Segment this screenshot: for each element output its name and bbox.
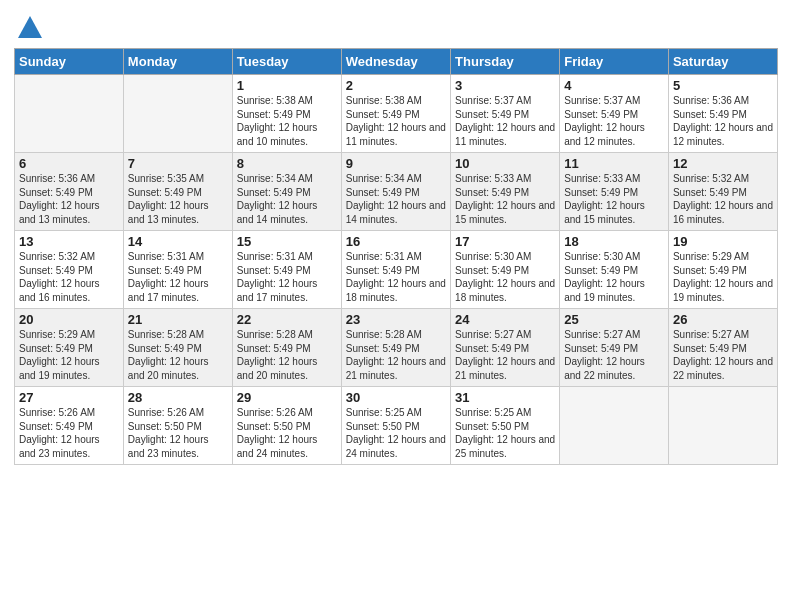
calendar-cell: 29Sunrise: 5:26 AM Sunset: 5:50 PM Dayli…: [232, 387, 341, 465]
calendar-cell: 4Sunrise: 5:37 AM Sunset: 5:49 PM Daylig…: [560, 75, 669, 153]
day-number: 1: [237, 78, 337, 93]
calendar-cell: 13Sunrise: 5:32 AM Sunset: 5:49 PM Dayli…: [15, 231, 124, 309]
day-info: Sunrise: 5:27 AM Sunset: 5:49 PM Dayligh…: [455, 328, 555, 382]
day-info: Sunrise: 5:26 AM Sunset: 5:49 PM Dayligh…: [19, 406, 119, 460]
day-number: 27: [19, 390, 119, 405]
day-number: 6: [19, 156, 119, 171]
calendar-cell: 2Sunrise: 5:38 AM Sunset: 5:49 PM Daylig…: [341, 75, 450, 153]
calendar-cell: 6Sunrise: 5:36 AM Sunset: 5:49 PM Daylig…: [15, 153, 124, 231]
day-number: 25: [564, 312, 664, 327]
day-number: 20: [19, 312, 119, 327]
day-info: Sunrise: 5:28 AM Sunset: 5:49 PM Dayligh…: [128, 328, 228, 382]
day-info: Sunrise: 5:29 AM Sunset: 5:49 PM Dayligh…: [673, 250, 773, 304]
col-header-sunday: Sunday: [15, 49, 124, 75]
day-info: Sunrise: 5:33 AM Sunset: 5:49 PM Dayligh…: [564, 172, 664, 226]
day-number: 17: [455, 234, 555, 249]
calendar-cell: 18Sunrise: 5:30 AM Sunset: 5:49 PM Dayli…: [560, 231, 669, 309]
day-number: 21: [128, 312, 228, 327]
day-number: 4: [564, 78, 664, 93]
col-header-tuesday: Tuesday: [232, 49, 341, 75]
day-info: Sunrise: 5:28 AM Sunset: 5:49 PM Dayligh…: [237, 328, 337, 382]
day-info: Sunrise: 5:26 AM Sunset: 5:50 PM Dayligh…: [237, 406, 337, 460]
calendar-cell: 3Sunrise: 5:37 AM Sunset: 5:49 PM Daylig…: [451, 75, 560, 153]
calendar-cell: 23Sunrise: 5:28 AM Sunset: 5:49 PM Dayli…: [341, 309, 450, 387]
day-info: Sunrise: 5:30 AM Sunset: 5:49 PM Dayligh…: [455, 250, 555, 304]
day-number: 24: [455, 312, 555, 327]
week-row-2: 6Sunrise: 5:36 AM Sunset: 5:49 PM Daylig…: [15, 153, 778, 231]
calendar-cell: 30Sunrise: 5:25 AM Sunset: 5:50 PM Dayli…: [341, 387, 450, 465]
col-header-wednesday: Wednesday: [341, 49, 450, 75]
day-number: 16: [346, 234, 446, 249]
day-info: Sunrise: 5:31 AM Sunset: 5:49 PM Dayligh…: [346, 250, 446, 304]
day-info: Sunrise: 5:31 AM Sunset: 5:49 PM Dayligh…: [237, 250, 337, 304]
logo: [14, 14, 44, 42]
calendar-cell: 7Sunrise: 5:35 AM Sunset: 5:49 PM Daylig…: [123, 153, 232, 231]
logo-icon: [16, 14, 44, 42]
week-row-3: 13Sunrise: 5:32 AM Sunset: 5:49 PM Dayli…: [15, 231, 778, 309]
calendar-cell: [560, 387, 669, 465]
calendar-cell: 24Sunrise: 5:27 AM Sunset: 5:49 PM Dayli…: [451, 309, 560, 387]
day-number: 13: [19, 234, 119, 249]
day-number: 3: [455, 78, 555, 93]
calendar-cell: 20Sunrise: 5:29 AM Sunset: 5:49 PM Dayli…: [15, 309, 124, 387]
day-info: Sunrise: 5:31 AM Sunset: 5:49 PM Dayligh…: [128, 250, 228, 304]
day-info: Sunrise: 5:35 AM Sunset: 5:49 PM Dayligh…: [128, 172, 228, 226]
day-number: 2: [346, 78, 446, 93]
day-info: Sunrise: 5:34 AM Sunset: 5:49 PM Dayligh…: [346, 172, 446, 226]
day-info: Sunrise: 5:38 AM Sunset: 5:49 PM Dayligh…: [346, 94, 446, 148]
calendar-cell: 26Sunrise: 5:27 AM Sunset: 5:49 PM Dayli…: [668, 309, 777, 387]
calendar-cell: 27Sunrise: 5:26 AM Sunset: 5:49 PM Dayli…: [15, 387, 124, 465]
calendar-cell: 15Sunrise: 5:31 AM Sunset: 5:49 PM Dayli…: [232, 231, 341, 309]
week-row-4: 20Sunrise: 5:29 AM Sunset: 5:49 PM Dayli…: [15, 309, 778, 387]
day-number: 23: [346, 312, 446, 327]
day-info: Sunrise: 5:34 AM Sunset: 5:49 PM Dayligh…: [237, 172, 337, 226]
day-info: Sunrise: 5:37 AM Sunset: 5:49 PM Dayligh…: [564, 94, 664, 148]
calendar-cell: 10Sunrise: 5:33 AM Sunset: 5:49 PM Dayli…: [451, 153, 560, 231]
day-number: 14: [128, 234, 228, 249]
col-header-thursday: Thursday: [451, 49, 560, 75]
day-info: Sunrise: 5:25 AM Sunset: 5:50 PM Dayligh…: [455, 406, 555, 460]
calendar-cell: 9Sunrise: 5:34 AM Sunset: 5:49 PM Daylig…: [341, 153, 450, 231]
day-number: 31: [455, 390, 555, 405]
day-number: 5: [673, 78, 773, 93]
calendar-cell: 16Sunrise: 5:31 AM Sunset: 5:49 PM Dayli…: [341, 231, 450, 309]
day-number: 7: [128, 156, 228, 171]
calendar-cell: 14Sunrise: 5:31 AM Sunset: 5:49 PM Dayli…: [123, 231, 232, 309]
day-number: 8: [237, 156, 337, 171]
day-number: 26: [673, 312, 773, 327]
col-header-saturday: Saturday: [668, 49, 777, 75]
calendar-cell: [668, 387, 777, 465]
col-header-monday: Monday: [123, 49, 232, 75]
week-row-5: 27Sunrise: 5:26 AM Sunset: 5:49 PM Dayli…: [15, 387, 778, 465]
day-info: Sunrise: 5:30 AM Sunset: 5:49 PM Dayligh…: [564, 250, 664, 304]
calendar-cell: 22Sunrise: 5:28 AM Sunset: 5:49 PM Dayli…: [232, 309, 341, 387]
week-row-1: 1Sunrise: 5:38 AM Sunset: 5:49 PM Daylig…: [15, 75, 778, 153]
calendar-cell: 5Sunrise: 5:36 AM Sunset: 5:49 PM Daylig…: [668, 75, 777, 153]
day-info: Sunrise: 5:37 AM Sunset: 5:49 PM Dayligh…: [455, 94, 555, 148]
day-info: Sunrise: 5:33 AM Sunset: 5:49 PM Dayligh…: [455, 172, 555, 226]
day-info: Sunrise: 5:27 AM Sunset: 5:49 PM Dayligh…: [673, 328, 773, 382]
day-number: 12: [673, 156, 773, 171]
day-number: 11: [564, 156, 664, 171]
day-number: 15: [237, 234, 337, 249]
day-number: 18: [564, 234, 664, 249]
header-row: SundayMondayTuesdayWednesdayThursdayFrid…: [15, 49, 778, 75]
day-info: Sunrise: 5:26 AM Sunset: 5:50 PM Dayligh…: [128, 406, 228, 460]
calendar-cell: 31Sunrise: 5:25 AM Sunset: 5:50 PM Dayli…: [451, 387, 560, 465]
calendar-table: SundayMondayTuesdayWednesdayThursdayFrid…: [14, 48, 778, 465]
calendar-cell: 11Sunrise: 5:33 AM Sunset: 5:49 PM Dayli…: [560, 153, 669, 231]
calendar-cell: 17Sunrise: 5:30 AM Sunset: 5:49 PM Dayli…: [451, 231, 560, 309]
page-container: SundayMondayTuesdayWednesdayThursdayFrid…: [0, 0, 792, 475]
day-info: Sunrise: 5:38 AM Sunset: 5:49 PM Dayligh…: [237, 94, 337, 148]
day-number: 30: [346, 390, 446, 405]
day-number: 22: [237, 312, 337, 327]
day-info: Sunrise: 5:29 AM Sunset: 5:49 PM Dayligh…: [19, 328, 119, 382]
day-info: Sunrise: 5:32 AM Sunset: 5:49 PM Dayligh…: [673, 172, 773, 226]
svg-marker-0: [18, 16, 42, 38]
col-header-friday: Friday: [560, 49, 669, 75]
header: [14, 10, 778, 42]
calendar-cell: 19Sunrise: 5:29 AM Sunset: 5:49 PM Dayli…: [668, 231, 777, 309]
day-number: 28: [128, 390, 228, 405]
calendar-cell: 25Sunrise: 5:27 AM Sunset: 5:49 PM Dayli…: [560, 309, 669, 387]
day-info: Sunrise: 5:28 AM Sunset: 5:49 PM Dayligh…: [346, 328, 446, 382]
